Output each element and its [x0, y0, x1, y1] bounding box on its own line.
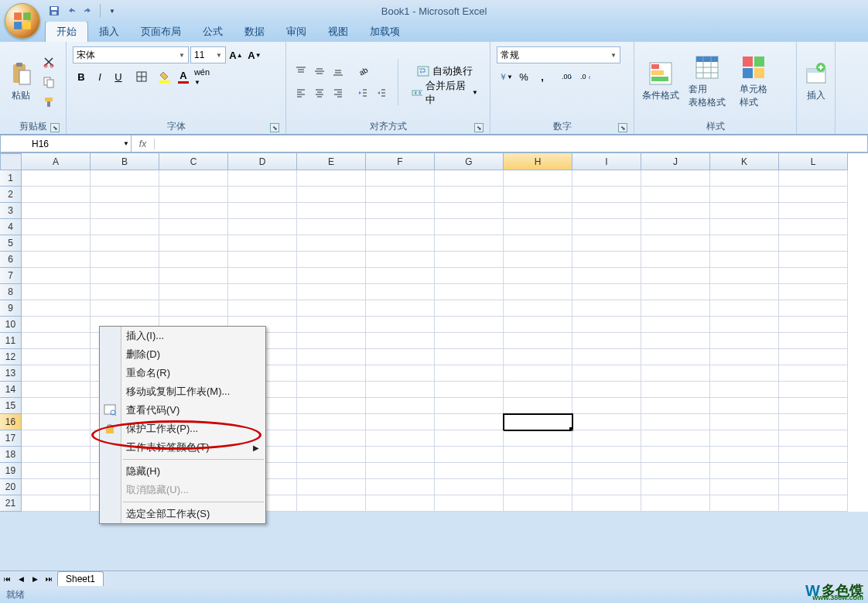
increase-decimal-icon[interactable]: .00 — [559, 68, 576, 85]
cell[interactable] — [710, 333, 779, 349]
cell[interactable] — [572, 219, 641, 235]
cell[interactable] — [22, 252, 91, 268]
row-header[interactable]: 9 — [0, 300, 22, 317]
cell[interactable] — [297, 382, 366, 398]
cell[interactable] — [710, 203, 779, 219]
cell[interactable] — [22, 447, 91, 463]
cell[interactable] — [435, 398, 504, 414]
row-header[interactable]: 2 — [0, 187, 22, 203]
cell[interactable] — [22, 300, 91, 317]
percent-icon[interactable]: % — [515, 68, 532, 85]
cell[interactable] — [228, 252, 297, 268]
cell[interactable] — [435, 414, 504, 430]
cell[interactable] — [779, 430, 848, 447]
merge-center-button[interactable]: 合并后居中▼ — [406, 84, 484, 101]
cell[interactable] — [504, 495, 572, 512]
cell[interactable] — [779, 235, 848, 252]
cell[interactable] — [710, 365, 779, 382]
row-header[interactable]: 11 — [0, 333, 22, 349]
cell[interactable] — [435, 317, 504, 333]
cell[interactable] — [572, 430, 641, 447]
cell[interactable] — [22, 365, 91, 382]
align-bottom-icon[interactable] — [330, 63, 347, 80]
cell[interactable] — [22, 219, 91, 235]
font-size-combo[interactable]: 11▼ — [190, 46, 226, 63]
cell[interactable] — [435, 333, 504, 349]
cell[interactable] — [91, 252, 159, 268]
cell[interactable] — [366, 300, 435, 317]
row-header[interactable]: 17 — [0, 430, 22, 447]
cell[interactable] — [297, 300, 366, 317]
cell[interactable] — [641, 398, 710, 414]
cell[interactable] — [572, 333, 641, 349]
cell[interactable] — [366, 447, 435, 463]
cell[interactable] — [779, 382, 848, 398]
cell[interactable] — [435, 219, 504, 235]
decrease-decimal-icon[interactable]: .0 — [577, 68, 594, 85]
cell[interactable] — [504, 430, 572, 447]
cell[interactable] — [572, 187, 641, 203]
sheet-nav-last-icon[interactable]: ⏭ — [42, 572, 56, 586]
cell[interactable] — [641, 187, 710, 203]
increase-indent-icon[interactable] — [373, 84, 390, 101]
cell[interactable] — [297, 463, 366, 479]
cell[interactable] — [641, 479, 710, 495]
cell[interactable] — [366, 398, 435, 414]
font-name-combo[interactable]: 宋体▼ — [73, 46, 189, 63]
cell[interactable] — [779, 284, 848, 300]
cell[interactable] — [641, 203, 710, 219]
align-top-icon[interactable] — [292, 63, 309, 80]
cell[interactable] — [366, 252, 435, 268]
row-header[interactable]: 3 — [0, 203, 22, 219]
cell[interactable] — [710, 300, 779, 317]
cell[interactable] — [159, 187, 228, 203]
cell[interactable] — [366, 170, 435, 187]
cell[interactable] — [228, 235, 297, 252]
column-header[interactable]: C — [159, 153, 228, 170]
column-header[interactable]: G — [435, 153, 504, 170]
cell[interactable] — [572, 317, 641, 333]
cell[interactable] — [572, 382, 641, 398]
number-launcher-icon[interactable]: ⬊ — [618, 123, 627, 132]
cell[interactable] — [435, 365, 504, 382]
italic-button[interactable]: I — [91, 68, 108, 85]
cell[interactable] — [504, 414, 572, 430]
row-header[interactable]: 5 — [0, 235, 22, 252]
cell[interactable] — [641, 382, 710, 398]
cell[interactable] — [22, 203, 91, 219]
sheet-nav-first-icon[interactable]: ⏮ — [0, 572, 14, 586]
tab-formulas[interactable]: 公式 — [192, 22, 234, 42]
cell[interactable] — [297, 430, 366, 447]
menu-move-copy[interactable]: 移动或复制工作表(M)... — [100, 382, 265, 401]
cell[interactable] — [366, 268, 435, 284]
cell[interactable] — [641, 170, 710, 187]
cell[interactable] — [435, 235, 504, 252]
cell[interactable] — [22, 317, 91, 333]
cell[interactable] — [22, 235, 91, 252]
row-header[interactable]: 19 — [0, 463, 22, 479]
cell[interactable] — [297, 219, 366, 235]
cell[interactable] — [641, 365, 710, 382]
cell[interactable] — [22, 187, 91, 203]
cell[interactable] — [228, 219, 297, 235]
cell[interactable] — [779, 300, 848, 317]
cell[interactable] — [572, 203, 641, 219]
cell[interactable] — [228, 284, 297, 300]
cell[interactable] — [91, 300, 159, 317]
menu-delete[interactable]: 删除(D) — [100, 345, 265, 364]
cell[interactable] — [572, 235, 641, 252]
cell[interactable] — [297, 333, 366, 349]
cell[interactable] — [435, 203, 504, 219]
column-header[interactable]: J — [641, 153, 710, 170]
cell[interactable] — [504, 187, 572, 203]
tab-page-layout[interactable]: 页面布局 — [130, 22, 192, 42]
cell[interactable] — [641, 333, 710, 349]
paste-button[interactable]: 粘贴 — [5, 49, 37, 115]
cell[interactable] — [297, 479, 366, 495]
cell[interactable] — [228, 268, 297, 284]
cell[interactable] — [435, 284, 504, 300]
orientation-icon[interactable]: ab — [354, 63, 371, 80]
column-header[interactable]: B — [91, 153, 159, 170]
cell[interactable] — [710, 479, 779, 495]
cell[interactable] — [572, 398, 641, 414]
